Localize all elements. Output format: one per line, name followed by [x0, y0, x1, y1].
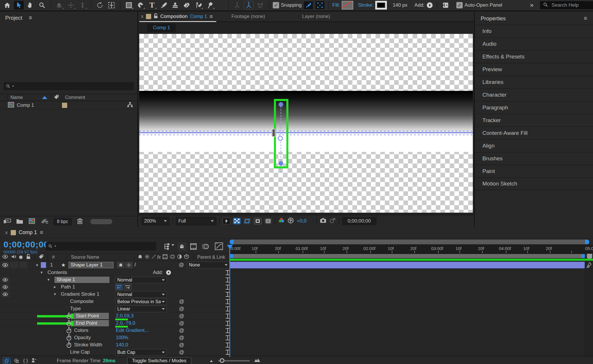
- magnification-dropdown[interactable]: 200%: [142, 217, 169, 225]
- new-folder-icon[interactable]: [16, 218, 23, 225]
- timeline-search-input[interactable]: [46, 242, 156, 251]
- sort-ascending-icon[interactable]: [42, 96, 47, 99]
- timeline-tab-label[interactable]: Comp 1: [19, 229, 37, 236]
- time-ruler[interactable]: 0:00f 10f 20f 01:00f 10f 20f 02:00f 10f …: [230, 245, 593, 253]
- stroke-width-stopwatch-icon[interactable]: [66, 342, 72, 349]
- layer-shy-toggle[interactable]: [117, 262, 125, 268]
- panel-item-paragraph[interactable]: Paragraph: [475, 101, 593, 114]
- layer-expand-chevron[interactable]: ▾: [36, 263, 38, 267]
- add-shape-button[interactable]: [426, 2, 433, 9]
- resolution-dropdown[interactable]: Full: [176, 217, 216, 225]
- edit-gradient-link[interactable]: Edit Gradient...: [116, 328, 149, 333]
- transparency-grid-icon[interactable]: [233, 218, 241, 224]
- rotation-tool[interactable]: [95, 1, 105, 10]
- render-time-person-icon[interactable]: [31, 358, 36, 364]
- anchor-point-handle[interactable]: [278, 136, 283, 141]
- source-name-column-header[interactable]: Source Name: [71, 255, 99, 260]
- path1-label[interactable]: Path 1: [61, 284, 75, 290]
- row-gradient-stroke1[interactable]: ▾ Gradient Stroke 1 Normal: [0, 291, 593, 298]
- row-line-cap[interactable]: Line Cap Butt Cap @: [0, 349, 593, 356]
- label-column-icon[interactable]: [54, 94, 59, 101]
- fast-previews-icon[interactable]: [223, 218, 230, 224]
- panel-item-preview[interactable]: Preview: [475, 63, 593, 76]
- gradient-end-handle[interactable]: [279, 161, 283, 166]
- panel-item-align[interactable]: Align: [475, 139, 593, 152]
- snapping-checkbox[interactable]: ✓: [273, 2, 279, 8]
- project-search-input[interactable]: [3, 82, 134, 90]
- panel-item-audio[interactable]: Audio: [475, 37, 593, 50]
- composite-dropdown[interactable]: Below Previous in Sa: [115, 298, 167, 305]
- panel-item-info[interactable]: Info: [475, 25, 593, 37]
- row-end-point[interactable]: End Point 2,0,-79,0 @: [0, 320, 593, 327]
- layer-visibility-eye-icon[interactable]: [1, 262, 9, 269]
- start-point-value[interactable]: 2,0,59,3: [116, 313, 133, 319]
- bit-depth-button[interactable]: 8 bpc: [53, 218, 72, 225]
- item-flowchart-icon[interactable]: [127, 102, 133, 109]
- panel-item-brushes[interactable]: Brushes: [475, 152, 593, 165]
- timeline-zoom-slider[interactable]: [218, 360, 250, 361]
- shape1-eye-icon[interactable]: [1, 277, 9, 283]
- parent-link-column-header[interactable]: Parent & Link: [197, 255, 225, 260]
- type-tool[interactable]: T: [147, 1, 157, 10]
- brush-tool[interactable]: [159, 1, 169, 10]
- item-label-color-swatch[interactable]: [62, 103, 67, 108]
- gradient-stroke1-label[interactable]: Gradient Stroke 1: [61, 291, 99, 297]
- path1-eye-icon[interactable]: [1, 284, 9, 290]
- stroke-swatch[interactable]: [375, 1, 387, 10]
- tab-label-color[interactable]: [146, 14, 151, 19]
- panel-item-tracker[interactable]: Tracker: [475, 114, 593, 126]
- opacity-stopwatch-icon[interactable]: [66, 334, 72, 342]
- row-contents[interactable]: ▾ Contents Add:: [0, 269, 593, 276]
- stroke-width-pickwhip-icon[interactable]: @: [179, 342, 184, 348]
- current-time-display[interactable]: 0;00;00;00: [3, 240, 49, 249]
- row-type[interactable]: Type Linear @: [0, 305, 593, 312]
- axis-local-mode-icon-disabled[interactable]: [232, 1, 242, 10]
- gradient-start-handle[interactable]: [279, 102, 283, 107]
- row-colors[interactable]: Colors Edit Gradient... @: [0, 327, 593, 334]
- gradient-stroke1-twirl-icon[interactable]: ▾: [54, 292, 56, 296]
- viewer-timecode[interactable]: 0;00;00;00: [342, 217, 377, 225]
- help-search-input[interactable]: [551, 2, 593, 8]
- row-start-point[interactable]: Start Point 2,0,59,3 @: [0, 312, 593, 320]
- type-dropdown[interactable]: Linear: [115, 306, 167, 312]
- time-navigator-bar[interactable]: [230, 240, 589, 244]
- layer-parent-dropdown[interactable]: None: [187, 262, 230, 269]
- home-icon[interactable]: [2, 1, 12, 10]
- roto-brush-tool[interactable]: [193, 1, 203, 10]
- timeline-panel-menu-icon[interactable]: ≡: [40, 229, 43, 236]
- shape1-twirl-icon[interactable]: ▾: [47, 277, 50, 282]
- composition-viewport[interactable]: [139, 34, 473, 213]
- eraser-tool[interactable]: [182, 1, 192, 10]
- selection-tool[interactable]: [14, 1, 24, 10]
- panel-item-libraries[interactable]: Libraries: [475, 76, 593, 88]
- end-point-stopwatch-icon[interactable]: [66, 320, 72, 328]
- layer-row[interactable]: ▾ 1 ★ Shape Layer 1 / @ None: [0, 261, 230, 269]
- exposure-value[interactable]: +0,0: [297, 218, 307, 224]
- orbit-camera-tool-disabled[interactable]: [54, 1, 64, 10]
- toolbar-overflow-chevron[interactable]: »: [530, 1, 534, 9]
- workspace-panel-icon[interactable]: [441, 1, 451, 10]
- contents-label[interactable]: Contents: [47, 270, 67, 275]
- layer-quality-toggle[interactable]: /: [134, 262, 136, 268]
- fill-swatch-none[interactable]: [342, 1, 353, 10]
- colors-pickwhip-icon[interactable]: @: [179, 328, 184, 334]
- shape1-blend-mode-dropdown[interactable]: Normal: [115, 277, 167, 283]
- graph-editor-icon[interactable]: [215, 242, 223, 251]
- start-point-pickwhip-icon[interactable]: @: [179, 313, 184, 319]
- interpret-footage-icon[interactable]: [3, 218, 11, 225]
- path-direction-forward-icon[interactable]: [124, 284, 131, 290]
- expand-layer-switches-icon[interactable]: [3, 358, 10, 364]
- contents-twirl-icon[interactable]: ▾: [41, 270, 43, 275]
- playhead-head[interactable]: [227, 245, 233, 249]
- timeline-tab-color[interactable]: [11, 230, 16, 235]
- expand-in-out-icon[interactable]: { }: [23, 358, 28, 364]
- hand-tool[interactable]: [25, 1, 35, 10]
- navigator-start-handle[interactable]: [230, 240, 234, 244]
- project-panel-menu-icon[interactable]: ≡: [29, 14, 32, 21]
- lock-icon[interactable]: [153, 13, 158, 20]
- exposure-icon[interactable]: [288, 217, 294, 225]
- help-search[interactable]: [540, 1, 593, 9]
- tab-composition-target[interactable]: Comp 1: [190, 14, 207, 19]
- end-point-label[interactable]: End Point: [74, 320, 109, 326]
- type-pickwhip-icon[interactable]: @: [179, 306, 184, 312]
